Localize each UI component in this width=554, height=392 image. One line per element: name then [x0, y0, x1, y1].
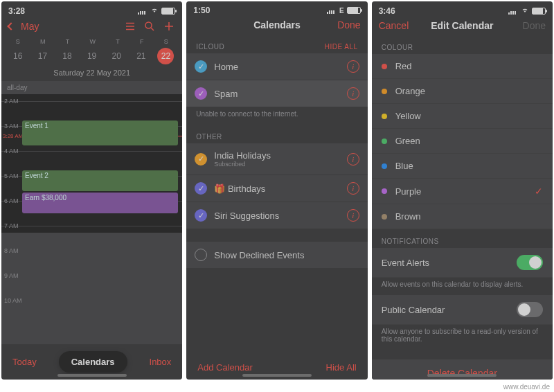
- search-icon[interactable]: [143, 20, 156, 33]
- today-button[interactable]: Today: [12, 357, 37, 367]
- day-cell[interactable]: 20: [108, 48, 125, 64]
- calendars-button[interactable]: Calendars: [59, 351, 127, 373]
- signal-icon: [138, 8, 148, 15]
- row-label: Home: [214, 62, 339, 72]
- calendar-row[interactable]: ✓India HolidaysSubscribedi: [186, 143, 367, 175]
- nav-title: Calendars: [235, 19, 319, 30]
- nav-bar: Calendars Done: [186, 17, 367, 35]
- day-cell[interactable]: 22: [157, 48, 174, 64]
- info-icon[interactable]: i: [347, 182, 359, 195]
- wifi-icon: [150, 6, 159, 16]
- cancel-button[interactable]: Cancel: [379, 20, 420, 31]
- calendar-row[interactable]: ✓Homei: [186, 53, 367, 80]
- inbox-button[interactable]: Inbox: [150, 357, 172, 367]
- battery-icon: [161, 8, 175, 15]
- allday-row[interactable]: all-day: [1, 81, 182, 94]
- colour-row[interactable]: Purple✓: [372, 179, 553, 204]
- colour-row[interactable]: Orange: [372, 79, 553, 104]
- event-alerts-row[interactable]: Event Alerts: [372, 248, 553, 278]
- signal-icon: [327, 7, 337, 14]
- hour-label: 6 AM: [4, 197, 19, 204]
- colour-dot-icon: [382, 188, 387, 194]
- public-calendar-row[interactable]: Public Calendar: [372, 295, 553, 325]
- calendar-row[interactable]: ✓Spami: [186, 80, 367, 107]
- colour-row[interactable]: Red: [372, 54, 553, 79]
- list-icon[interactable]: [124, 20, 136, 33]
- colour-row[interactable]: Yellow: [372, 104, 553, 129]
- weekday-header: SMTWTFS: [1, 37, 182, 46]
- edit-calendar-screen: 3:46 Cancel Edit Calendar Done COLOUR Re…: [372, 1, 553, 380]
- colour-label: Brown: [395, 211, 421, 222]
- colour-dot-icon: [382, 163, 387, 169]
- event-block[interactable]: Event 1: [22, 121, 178, 145]
- back-button[interactable]: May: [8, 21, 50, 32]
- battery-icon: [347, 7, 361, 14]
- event-block[interactable]: Earn $38,000: [22, 193, 178, 213]
- status-time: 1:50: [193, 6, 210, 15]
- hide-all-button[interactable]: Hide All: [326, 362, 357, 373]
- hour-label: 7 AM: [4, 222, 19, 229]
- colour-row[interactable]: Blue: [372, 154, 553, 179]
- colour-dot-icon: [382, 114, 387, 119]
- colour-dot-icon: [382, 89, 387, 94]
- section-label: OTHER: [196, 133, 222, 141]
- add-icon[interactable]: [163, 20, 175, 33]
- info-icon[interactable]: i: [347, 60, 359, 73]
- calendar-row[interactable]: ✓Siri Suggestionsi: [186, 202, 367, 229]
- hour-label: 4 AM: [4, 148, 19, 154]
- public-note: Allow anyone to subscribe to a read-only…: [372, 325, 553, 350]
- colour-label: Blue: [395, 161, 413, 171]
- colour-label: Orange: [395, 86, 425, 96]
- home-indicator[interactable]: [427, 374, 497, 377]
- svg-point-0: [145, 22, 152, 28]
- day-cell[interactable]: 18: [59, 48, 75, 64]
- hide-all-link[interactable]: HIDE ALL: [325, 43, 358, 51]
- section-label: NOTIFICATIONS: [382, 238, 439, 245]
- day-cell[interactable]: 21: [133, 48, 150, 64]
- colour-dot-icon: [382, 214, 387, 220]
- show-declined-row[interactable]: Show Declined Events: [186, 242, 367, 269]
- section-label: COLOUR: [382, 44, 413, 51]
- hour-label: 2 AM: [4, 98, 19, 105]
- day-cell[interactable]: 19: [84, 48, 100, 64]
- toggle-switch[interactable]: [517, 255, 543, 270]
- network-type: E: [339, 7, 344, 15]
- circle-icon: [195, 249, 207, 261]
- colour-label: Purple: [395, 186, 422, 197]
- section-header-other: OTHER: [186, 125, 367, 143]
- row-label: Siri Suggestions: [214, 211, 339, 221]
- wifi-icon: [521, 6, 529, 16]
- info-icon[interactable]: i: [347, 209, 359, 222]
- add-calendar-button[interactable]: Add Calendar: [197, 362, 253, 373]
- check-icon: ✓: [195, 87, 207, 100]
- nav-title: Edit Calendar: [420, 20, 504, 31]
- signal-icon: [508, 8, 518, 15]
- colour-row[interactable]: Green: [372, 129, 553, 154]
- row-label: Event Alerts: [382, 258, 429, 268]
- done-button[interactable]: Done: [504, 20, 546, 31]
- status-time: 3:28: [8, 6, 25, 16]
- check-icon: ✓: [195, 209, 207, 222]
- day-cell[interactable]: 16: [10, 48, 26, 64]
- home-indicator[interactable]: [57, 374, 127, 377]
- calendar-row[interactable]: ✓🎁 Birthdaysi: [186, 175, 367, 202]
- colour-row[interactable]: Brown: [372, 204, 553, 229]
- schedule-grid[interactable]: 2 AM3 AM4 AM5 AM6 AM7 AM8 AM9 AM10 AM3:2…: [1, 94, 182, 344]
- status-time: 3:46: [379, 6, 395, 16]
- now-indicator: 3:28 AM: [1, 133, 24, 139]
- hour-label: 3 AM: [4, 123, 19, 130]
- event-block[interactable]: Event 2: [22, 170, 178, 191]
- check-icon: ✓: [195, 153, 207, 166]
- info-icon[interactable]: i: [347, 87, 359, 100]
- done-button[interactable]: Done: [319, 19, 361, 30]
- home-indicator[interactable]: [242, 374, 312, 377]
- hour-label: 5 AM: [4, 172, 19, 179]
- row-label: Public Calendar: [382, 305, 445, 315]
- toggle-switch[interactable]: [517, 302, 543, 317]
- day-picker[interactable]: 16171819202122: [1, 46, 182, 69]
- day-cell[interactable]: 17: [34, 48, 51, 64]
- section-label: ICLOUD: [196, 43, 224, 51]
- calendars-list-screen: 1:50 E Calendars Done ICLOUD HIDE ALL ✓H…: [186, 1, 367, 380]
- colour-label: Yellow: [395, 111, 421, 121]
- info-icon[interactable]: i: [347, 153, 359, 166]
